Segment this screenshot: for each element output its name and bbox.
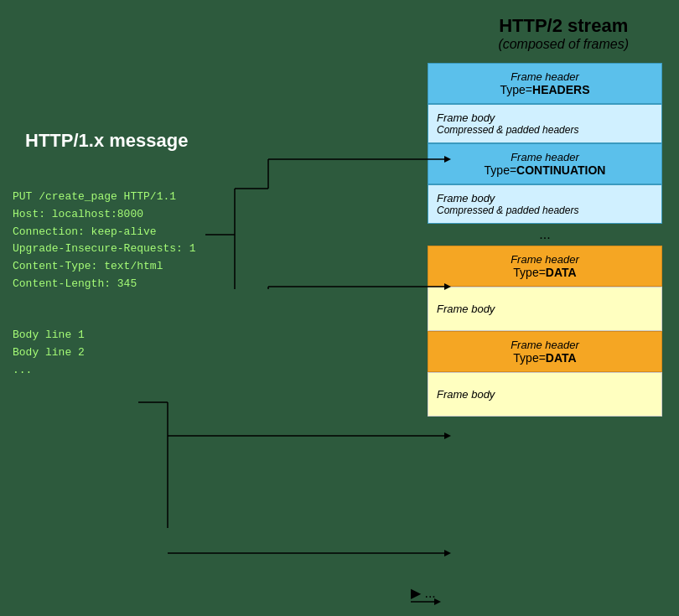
data2-header-text: Frame header [437, 339, 653, 351]
headers-frame-header: Frame header Type=HEADERS [428, 63, 662, 104]
code-line-5: Content-Type: text/html [13, 258, 195, 276]
diagram-container: HTTP/2 stream (composed of frames) HTTP/… [0, 0, 679, 616]
body-line-1: Body line 1 [13, 327, 85, 344]
svg-marker-15 [444, 550, 451, 556]
data1-type-value: DATA [546, 266, 577, 279]
code-line-2: Host: localhost:8000 [13, 206, 195, 224]
continuation-frame-header: Frame header Type=CONTINUATION [428, 143, 662, 184]
continuation-frame-body: Frame body Compressed & padded headers [428, 184, 662, 224]
stream-main-title: HTTP/2 stream [498, 15, 629, 37]
bottom-dots: ▶ ... [411, 585, 436, 601]
data1-body-text: Frame body [437, 303, 653, 315]
data2-frame-header: Frame header Type=DATA [428, 331, 662, 372]
code-line-4: Upgrade-Insecure-Requests: 1 [13, 241, 195, 258]
http1-label: HTTP/1.x message [25, 130, 188, 152]
data1-frame-header: Frame header Type=DATA [428, 246, 662, 287]
code-line-6: Content-Length: 345 [13, 276, 195, 293]
headers-body-text: Frame body [437, 111, 653, 124]
code-line-1: PUT /create_page HTTP/1.1 [13, 189, 195, 206]
svg-marker-13 [444, 432, 451, 439]
data2-type-text: Type=DATA [437, 351, 653, 365]
data1-frame-body: Frame body [428, 287, 662, 331]
body-line-3: ... [13, 362, 85, 380]
http1-body: Body line 1 Body line 2 ... [13, 327, 85, 379]
continuation-header-text: Frame header [437, 151, 653, 163]
data1-header-text: Frame header [437, 253, 653, 266]
continuation-type-value: CONTINUATION [516, 163, 605, 177]
continuation-body-text: Frame body [437, 192, 653, 204]
headers-frame-body: Frame body Compressed & padded headers [428, 104, 662, 143]
headers-type-text: Type=HEADERS [437, 83, 653, 96]
data2-type-value: DATA [546, 351, 577, 365]
http1-code: PUT /create_page HTTP/1.1 Host: localhos… [13, 189, 195, 293]
frames-column: Frame header Type=HEADERS Frame body Com… [428, 63, 662, 417]
continuation-type-text: Type=CONTINUATION [437, 163, 653, 177]
stream-title: HTTP/2 stream (composed of frames) [498, 15, 629, 52]
data2-frame-body: Frame body [428, 372, 662, 417]
data1-type-text: Type=DATA [437, 266, 653, 279]
dots-separator-1: ... [428, 224, 662, 246]
body-line-2: Body line 2 [13, 344, 85, 362]
headers-body-sub: Compressed & padded headers [437, 124, 653, 136]
continuation-body-sub: Compressed & padded headers [437, 204, 653, 216]
stream-sub-title: (composed of frames) [498, 37, 629, 52]
data2-body-text: Frame body [437, 388, 653, 401]
code-line-3: Connection: keep-alive [13, 224, 195, 241]
headers-header-text: Frame header [437, 70, 653, 83]
headers-type-value: HEADERS [532, 83, 589, 96]
